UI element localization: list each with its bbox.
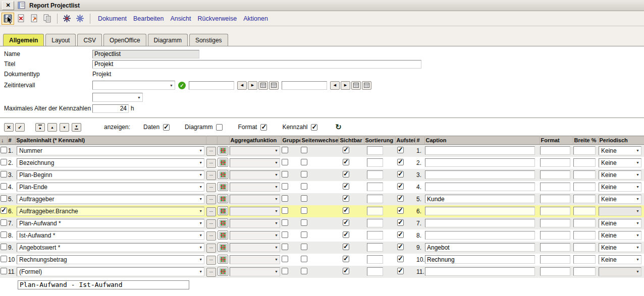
format-input[interactable] bbox=[540, 170, 570, 179]
gruppe-checkbox[interactable] bbox=[282, 159, 288, 165]
sichtbar-checkbox[interactable] bbox=[343, 195, 349, 202]
column-content-select[interactable]: Auftraggeber ▼ bbox=[17, 195, 204, 204]
delete-button[interactable] bbox=[15, 13, 27, 25]
column-content-select[interactable]: Ist-Aufwand * ▼ bbox=[17, 231, 204, 240]
detail-ellipsis-button[interactable]: ... bbox=[206, 171, 216, 180]
breite-input[interactable] bbox=[573, 255, 596, 264]
breite-input[interactable] bbox=[573, 146, 596, 155]
data-picker-button[interactable] bbox=[218, 170, 228, 179]
column-content-select[interactable]: Plan-Beginn ▼ bbox=[17, 170, 204, 180]
uncheck-all-button[interactable]: ✕ bbox=[4, 123, 14, 132]
caption-input[interactable] bbox=[425, 243, 535, 252]
menu-item[interactable]: Dokument bbox=[98, 15, 127, 22]
detail-ellipsis-button[interactable]: ... bbox=[206, 147, 216, 156]
format-input[interactable] bbox=[540, 146, 570, 155]
sortierung-input[interactable] bbox=[367, 267, 383, 276]
tab[interactable]: CSV bbox=[77, 34, 102, 46]
gruppe-checkbox[interactable] bbox=[282, 231, 288, 238]
detail-ellipsis-button[interactable]: ... bbox=[206, 268, 216, 277]
breite-input[interactable] bbox=[573, 170, 596, 179]
row-select-checkbox[interactable] bbox=[1, 183, 7, 190]
sichtbar-checkbox[interactable] bbox=[343, 159, 349, 165]
option-checkbox[interactable] bbox=[216, 124, 223, 131]
caption-input[interactable] bbox=[425, 170, 535, 179]
copy-button[interactable] bbox=[41, 13, 53, 25]
caption-input[interactable] bbox=[425, 231, 535, 240]
data-picker-button[interactable] bbox=[218, 218, 228, 227]
aggregate-select[interactable]: ▼ bbox=[230, 219, 280, 228]
calendar-button[interactable] bbox=[351, 81, 361, 90]
aufsteigend-checkbox[interactable] bbox=[397, 268, 404, 274]
data-picker-button[interactable] bbox=[218, 158, 228, 167]
caption-input[interactable] bbox=[425, 158, 535, 167]
sichtbar-checkbox[interactable] bbox=[343, 183, 349, 190]
sortierung-input[interactable] bbox=[367, 158, 383, 167]
tab[interactable]: Sonstiges bbox=[189, 34, 228, 46]
aggregate-select[interactable]: ▼ bbox=[230, 170, 280, 180]
move-bottom-button[interactable]: ▼ bbox=[72, 123, 81, 132]
breite-input[interactable] bbox=[573, 195, 596, 203]
seitenwechsel-checkbox[interactable] bbox=[301, 219, 307, 226]
aggregate-select[interactable]: ▼ bbox=[230, 267, 280, 276]
periodisch-select[interactable]: Keine ▼ bbox=[599, 243, 641, 252]
max-alter-input[interactable] bbox=[92, 104, 129, 113]
periodisch-select[interactable]: Keine ▼ bbox=[599, 146, 641, 155]
tab[interactable]: Diagramm bbox=[148, 34, 188, 46]
row-select-checkbox[interactable] bbox=[1, 244, 7, 250]
calendar-button[interactable] bbox=[258, 81, 268, 90]
sichtbar-checkbox[interactable] bbox=[343, 268, 349, 274]
gruppe-checkbox[interactable] bbox=[282, 268, 288, 274]
seitenwechsel-checkbox[interactable] bbox=[301, 147, 307, 153]
prev-button[interactable]: ◀ bbox=[330, 81, 340, 90]
row-select-checkbox[interactable] bbox=[1, 147, 7, 153]
aggregate-select[interactable]: ▼ bbox=[230, 195, 280, 204]
aggregate-select[interactable]: ▼ bbox=[230, 255, 280, 264]
breite-input[interactable] bbox=[573, 219, 596, 227]
seitenwechsel-checkbox[interactable] bbox=[301, 171, 307, 177]
aufsteigend-checkbox[interactable] bbox=[397, 219, 404, 226]
row-select-checkbox[interactable] bbox=[1, 231, 7, 238]
data-picker-button[interactable] bbox=[218, 182, 228, 191]
next-button[interactable]: ▶ bbox=[248, 81, 257, 90]
tab[interactable]: Allgemein bbox=[3, 34, 44, 46]
sortierung-input[interactable] bbox=[367, 255, 383, 264]
option-checkbox[interactable] bbox=[311, 124, 317, 131]
column-content-select[interactable]: Angebotswert * ▼ bbox=[17, 243, 204, 252]
data-picker-button[interactable] bbox=[218, 206, 228, 215]
detail-ellipsis-button[interactable]: ... bbox=[206, 195, 216, 204]
sortierung-input[interactable] bbox=[367, 207, 383, 215]
sortierung-input[interactable] bbox=[367, 195, 383, 203]
seitenwechsel-checkbox[interactable] bbox=[301, 195, 307, 202]
periodisch-select[interactable]: Keine ▼ bbox=[599, 170, 641, 180]
tab[interactable]: Layout bbox=[45, 34, 76, 46]
periodisch-select[interactable]: ▼ bbox=[599, 267, 641, 276]
seitenwechsel-checkbox[interactable] bbox=[301, 159, 307, 165]
sortierung-input[interactable] bbox=[367, 243, 383, 252]
row-select-checkbox[interactable] bbox=[1, 256, 7, 262]
row-select-checkbox[interactable] bbox=[1, 171, 7, 177]
column-content-select[interactable]: Plan-Ende ▼ bbox=[17, 183, 204, 192]
column-content-select[interactable]: (Formel) ▼ bbox=[17, 267, 204, 276]
periodisch-select[interactable]: Keine ▼ bbox=[599, 195, 641, 204]
aggregate-select[interactable]: ▼ bbox=[230, 158, 280, 167]
calendar-button[interactable] bbox=[269, 81, 279, 90]
gruppe-checkbox[interactable] bbox=[282, 219, 288, 226]
move-up-button[interactable]: ▲ bbox=[47, 123, 57, 132]
seitenwechsel-checkbox[interactable] bbox=[301, 244, 307, 250]
gruppe-checkbox[interactable] bbox=[282, 207, 288, 214]
aufsteigend-checkbox[interactable] bbox=[397, 171, 404, 177]
caption-input[interactable] bbox=[425, 183, 535, 191]
close-button[interactable]: ✕ bbox=[2, 1, 14, 10]
export-button[interactable] bbox=[28, 13, 40, 25]
caption-input[interactable] bbox=[425, 146, 535, 155]
format-input[interactable] bbox=[540, 255, 570, 264]
gruppe-checkbox[interactable] bbox=[282, 256, 288, 262]
formula-input[interactable] bbox=[18, 280, 189, 289]
data-picker-button[interactable] bbox=[218, 146, 228, 155]
format-input[interactable] bbox=[540, 195, 570, 203]
gruppe-checkbox[interactable] bbox=[282, 195, 288, 202]
format-input[interactable] bbox=[540, 231, 570, 240]
check-all-button[interactable]: ✓ bbox=[15, 123, 25, 132]
sichtbar-checkbox[interactable] bbox=[343, 207, 349, 214]
gruppe-checkbox[interactable] bbox=[282, 171, 288, 177]
